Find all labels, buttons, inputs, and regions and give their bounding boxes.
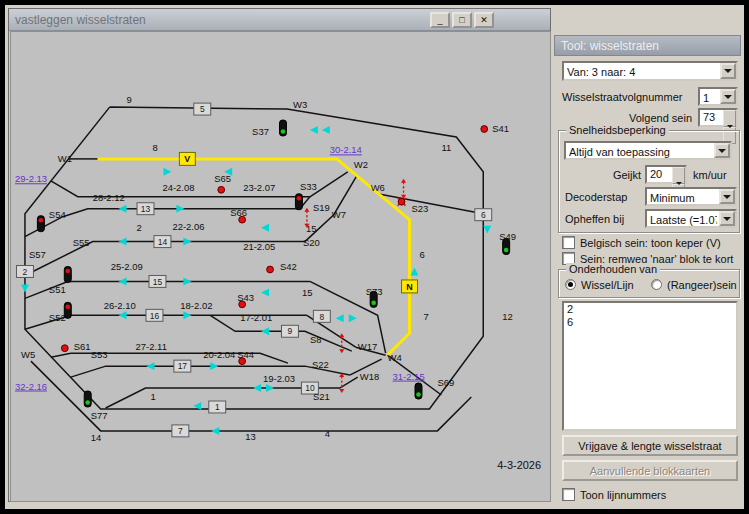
chevron-down-icon[interactable] [719,211,735,226]
track-label: W5 [21,349,35,360]
direction-arrow-icon[interactable] [310,126,318,134]
route-direction-label: V [184,154,190,164]
block-number-label: 17 [178,361,188,371]
decoderstap-select[interactable]: Minimum [645,187,737,206]
direction-arrow-icon[interactable] [483,226,491,234]
direction-arrow-icon[interactable] [119,311,127,319]
track-label: 22-2.06 [172,221,204,232]
direction-arrow-icon[interactable] [183,277,191,285]
track-label: W1 [58,153,72,164]
track-label: S53 [91,349,108,360]
chevron-down-icon[interactable] [714,143,730,158]
track-label: S69 [437,377,454,388]
volgend-sein-value: 73 [703,110,722,125]
direction-arrow-icon[interactable] [253,384,261,392]
block-link[interactable]: 30-2.14 [330,144,362,155]
date-label: 4-3-2026 [497,459,541,471]
list-item[interactable]: 6 [564,316,736,329]
direction-arrow-icon[interactable] [21,284,29,292]
track-label: W4 [388,352,402,363]
direction-arrow-icon[interactable] [261,327,269,335]
track-label: 7 [423,311,428,322]
direction-arrow-icon[interactable] [411,267,419,275]
direction-arrow-icon[interactable] [211,427,219,435]
wissel-lijn-radio[interactable] [565,279,576,290]
direction-arrow-icon[interactable] [183,238,191,246]
signal-light-red [65,269,70,274]
track-label: S57 [29,249,46,260]
block-number-label: 5 [200,104,205,114]
belgisch-sein-checkbox[interactable] [562,236,575,249]
close-button[interactable]: ✕ [474,12,494,28]
spinner-buttons [723,110,736,125]
chevron-down-icon[interactable] [720,63,736,79]
track-label: S61 [74,341,91,352]
maintain-listbox[interactable]: 26 [562,301,738,431]
direction-arrow-icon[interactable] [183,311,191,319]
volgend-sein-spinner[interactable]: 73 [698,108,738,127]
track-label: S37 [252,126,269,137]
block-link[interactable]: 32-2.16 [15,381,47,392]
track-label: W6 [371,182,385,193]
lijnnummers-checkbox[interactable] [562,488,575,501]
direction-arrow-icon[interactable] [119,238,127,246]
occupancy-led-icon [218,186,225,193]
minimize-button[interactable]: _ [430,12,450,28]
rangeer-sein-radio[interactable] [651,279,662,290]
track-segment[interactable] [378,194,484,214]
track-label: S65 [214,173,231,184]
geijkt-spinner[interactable]: 20 [645,165,687,184]
track-label: 15 [302,287,313,298]
chevron-down-icon[interactable] [720,89,736,104]
direction-arrow-icon[interactable] [322,126,330,134]
direction-arrow-icon[interactable] [261,224,269,232]
track-label: 23-2.07 [243,182,275,193]
window-titlebar[interactable]: vastleggen wisselstraten _ □ ✕ [9,9,550,31]
chevron-down-icon[interactable] [719,189,735,204]
wissel-lijn-label: Wissel/Lijn [581,279,634,291]
direction-arrow-icon[interactable] [266,384,274,392]
list-item[interactable]: 2 [564,303,736,316]
direction-arrow-icon[interactable] [336,314,344,322]
track-canvas[interactable]: 5131415161798101726VN9W3S378W1S4111W2S65… [10,31,551,502]
rangeer-sein-label: (Rangeer)sein [667,279,737,291]
track-label: S8 [310,334,322,345]
track-label: W18 [360,371,379,382]
route-select[interactable]: Van: 3 naar: 4 [562,61,738,81]
direction-arrow-icon[interactable] [210,362,218,370]
signal-light-green [281,129,286,134]
volgnummer-select[interactable]: 1 [698,87,738,106]
track-label: 14 [91,432,102,443]
track-label: 25-2.09 [111,261,143,272]
track-label: S73 [366,286,383,297]
track-segment[interactable] [25,107,483,409]
track-label: W17 [358,341,377,352]
track-label: S21 [313,391,330,402]
track-diagram[interactable]: 5131415161798101726VN9W3S378W1S4111W2S65… [11,32,550,501]
track-label: 15 [306,223,317,234]
applicability-select[interactable]: Altijd van toepassing [564,141,732,160]
block-number-label: 14 [158,237,168,247]
opheffen-select[interactable]: Laatste (=1.07) [645,209,737,228]
direction-arrow-icon[interactable] [119,277,127,285]
block-link[interactable]: 31-2.15 [393,371,425,382]
track-label: 13 [245,431,256,442]
maximize-button[interactable]: □ [452,12,472,28]
track-label: 2 [137,222,142,233]
occupancy-led-icon [481,126,488,133]
direction-arrow-icon[interactable] [261,288,269,296]
direction-arrow-icon[interactable] [119,205,127,213]
wissel-radio-row: Wissel/Lijn [565,278,634,291]
direction-arrow-icon[interactable] [163,168,171,176]
track-label: 24-2.08 [162,182,194,193]
direction-arrow-icon[interactable] [349,314,357,322]
direction-arrow-icon[interactable] [146,362,154,370]
track-label: S55 [73,237,90,248]
block-number-label: 2 [23,267,28,277]
block-number-label: 7 [178,426,183,436]
vrijgave-button[interactable]: Vrijgave & lengte wisselstraat [562,435,738,456]
block-number-label: 15 [153,277,163,287]
track-label: S19 [313,202,330,213]
direction-arrow-icon[interactable] [176,205,184,213]
block-link[interactable]: 29-2.13 [15,173,47,184]
